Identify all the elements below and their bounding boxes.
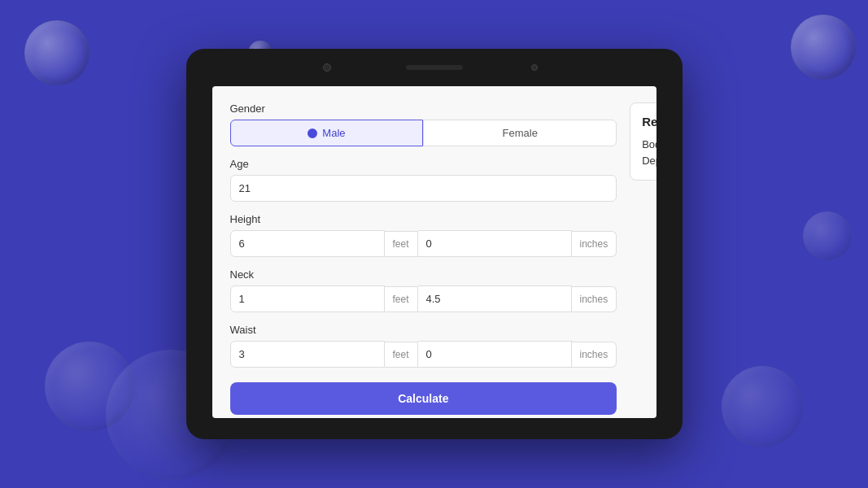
decorative-ball-6 — [722, 366, 803, 447]
calculate-button[interactable]: Calculate — [230, 382, 617, 415]
result-panel: Result: Body Fat = 18% You meet the Depa… — [630, 102, 656, 402]
waist-inches-unit: inches — [572, 342, 617, 368]
neck-measurement-row: feet inches — [230, 285, 617, 312]
decorative-ball-3 — [791, 15, 856, 80]
waist-label: Waist — [230, 324, 617, 336]
result-card: Result: Body Fat = 18% You meet the Depa… — [630, 102, 656, 181]
height-feet-unit: feet — [385, 231, 418, 257]
height-measurement-row: feet inches — [230, 230, 617, 257]
age-label: Age — [230, 158, 617, 170]
age-input[interactable] — [230, 175, 617, 202]
height-label: Height — [230, 213, 617, 225]
tablet-mic — [531, 64, 538, 71]
height-inches-input[interactable] — [418, 230, 572, 257]
waist-measurement-row: feet inches — [230, 341, 617, 368]
neck-feet-input[interactable] — [230, 285, 385, 312]
tablet-camera — [323, 63, 331, 72]
gender-field-group: Gender Male Female — [230, 102, 617, 146]
height-feet-input[interactable] — [230, 230, 385, 257]
gender-male-button[interactable]: Male — [230, 120, 424, 146]
gender-group: Male Female — [230, 120, 617, 146]
neck-inches-unit: inches — [572, 286, 617, 312]
neck-feet-unit: feet — [385, 286, 418, 312]
form-panel: Gender Male Female Age Height — [230, 102, 617, 402]
result-text: Body Fat = 18% You meet the Department o… — [642, 137, 656, 168]
result-title: Result: — [642, 115, 656, 129]
neck-field-group: Neck feet inches — [230, 268, 617, 312]
gender-female-button[interactable]: Female — [423, 120, 617, 146]
tablet-screen: Gender Male Female Age Height — [212, 86, 656, 418]
tablet-speaker — [406, 65, 463, 70]
neck-label: Neck — [230, 268, 617, 281]
waist-feet-input[interactable] — [230, 341, 385, 368]
radio-dot-male — [308, 129, 317, 138]
decorative-ball-1 — [24, 20, 89, 85]
gender-label: Gender — [230, 102, 617, 115]
height-inches-unit: inches — [572, 231, 617, 257]
neck-inches-input[interactable] — [418, 285, 572, 312]
height-field-group: Height feet inches — [230, 213, 617, 257]
tablet-top-bar — [186, 49, 683, 86]
gender-female-label: Female — [503, 127, 538, 139]
waist-feet-unit: feet — [385, 342, 418, 368]
decorative-ball-7 — [803, 211, 852, 260]
waist-field-group: Waist feet inches — [230, 324, 617, 368]
gender-male-label: Male — [322, 127, 345, 139]
age-field-group: Age — [230, 158, 617, 202]
tablet-device: Gender Male Female Age Height — [186, 49, 683, 439]
waist-inches-input[interactable] — [418, 341, 572, 368]
